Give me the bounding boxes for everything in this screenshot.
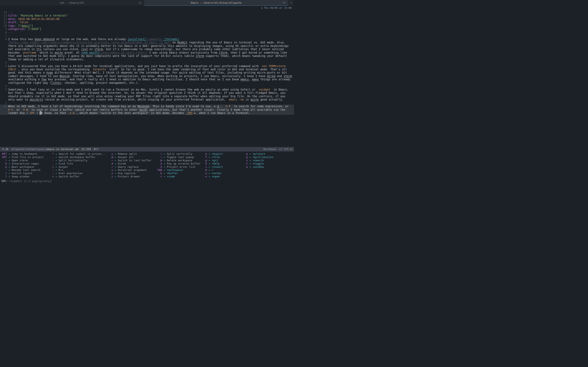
tab-1[interactable]: zsh — /Users/chl ⌘1 [0,0,144,6]
which-key-item[interactable]: ! → Open vterm [2,159,47,162]
new-tab-button[interactable]: + [288,0,294,6]
which-key-item[interactable]: g → +git [202,159,241,162]
text-cursor: i [40,111,41,115]
which-key-item[interactable]: * → Search for symbol in projec.. [49,152,106,156]
line-number: 11 [0,21,8,24]
which-key-item[interactable] [243,175,284,178]
line-number: 8 [0,31,8,34]
which-key-item[interactable]: . → Find file [49,162,106,165]
paragraph-current: When in GUI mode, I have a lot of keybin… [8,105,294,115]
fm-categories: categories: ["2020"] [8,27,294,31]
line-number: 1 [0,101,8,105]
buffer-path: aliquote/content/post/emacs-in-terminal.… [11,148,78,151]
which-key-item[interactable]: | → Split vertically [157,152,200,156]
which-key-item[interactable]: : → M-x [49,168,106,172]
which-key-item[interactable]: RET → Jump to bookmark [2,152,47,156]
header-bar: ◷ Thu 06/08 at 15:08 [0,6,294,10]
which-key-item[interactable]: h → +help [202,162,241,165]
which-key-item[interactable]: p → +project [243,152,284,156]
paragraph: I know this has been debated at large on… [8,38,294,61]
paragraph: Later I discovered that you can have a 2… [8,64,294,85]
encoding: LF UTF-8 [279,148,292,151]
which-key-item[interactable]: n → +notes [202,172,241,175]
which-key-item[interactable]: q → +quit/session [243,156,284,159]
fm-sep: --- [8,31,294,34]
line-number: 7 [0,34,8,37]
tab-bar: zsh — /Users/chl ⌘1 Emacs — /Users/chl/S… [0,0,294,6]
fm-draft: draft: false [8,21,294,24]
tab-title: Emacs — /Users/chl/Sites/aliquote [191,1,241,4]
which-key-item[interactable]: e → +export [202,152,241,156]
paragraph: Sometimes, I feel lazy or in retro mode … [8,88,294,101]
which-key-popup: RET → Jump to bookmark * → Search for sy… [0,151,294,179]
fm-date: date: 2020-08-06T14:01:09+02:00 [8,17,294,21]
clock-text: Thu 06/08 at 15:08 [264,6,292,9]
cursor-position: 15:359 [81,148,91,151]
which-key-item[interactable]: ' → Resume last search [2,168,47,172]
which-key-item[interactable]: @ → Swiper all [108,156,155,159]
which-key-item[interactable]: ( → Switch layout [2,172,47,175]
which-key-item[interactable]: SPC → Find file in project [2,156,47,159]
tab-title: zsh — /Users/chl [60,1,84,4]
which-key-item[interactable]: ) → Swap window [2,175,47,178]
editor[interactable]: 14 --- 13 title: "Running Emacs in a ter… [0,10,294,147]
tab-2[interactable]: Emacs — /Users/chl/Sites/aliquote ⌘2 [144,0,288,6]
line-number: 3 [0,84,8,88]
which-key-item[interactable]: s → +search [243,159,284,162]
which-key-item[interactable]: = → Remove split [108,152,155,156]
buffer-size: 3.2k [2,148,8,151]
line-number-current: 15 [0,105,8,115]
echo-prompt: SPC- [1,179,8,183]
which-key-item[interactable]: m → + [202,168,241,172]
which-key-item[interactable]: W → Delete workspace [157,159,200,162]
major-mode: Markdown [264,148,277,151]
fm-tags: tags: ["emacs"] [8,24,294,27]
which-key-item[interactable]: r → Query replace [108,165,155,169]
which-key-item[interactable]: Z → Project error list [157,165,200,169]
which-key-item[interactable]: - → Split horizontally [49,159,106,162]
which-key-item[interactable]: / → Swiper [49,165,106,169]
which-key-item[interactable]: z → Project drawer [108,175,155,178]
which-key-item[interactable]: , → Switch workspace buffer [49,156,106,159]
which-key-item[interactable]: ~ → Switch to last buffer [108,159,155,162]
modeline: 3.2k aliquote/content/post/emacs-in-term… [0,147,294,151]
which-key-item[interactable]: ~ → Toggle last popup [157,156,200,159]
which-key-item[interactable] [243,172,284,175]
tab-shortcut: ⌘2 [283,1,286,4]
which-key-item[interactable]: x → Org Capture [108,172,155,175]
which-key-item[interactable]: d → Dired [108,162,155,165]
line-number: 9 [0,27,8,31]
which-key-item[interactable]: ; → Eval expression [49,172,106,175]
which-key-item[interactable]: t → +toggle [243,162,284,165]
line-number: 6 [0,38,8,61]
editor-body[interactable]: 14 --- 13 title: "Running Emacs in a ter… [0,11,294,147]
which-key-item[interactable]: < → Switch buffer [49,175,106,178]
line-number: 5 [0,61,8,64]
which-key-item[interactable]: X → Pop up scratch buffer [157,162,200,165]
line-number: 2 [0,88,8,101]
which-key-item[interactable]: i → +insert [202,165,241,169]
fm-sep: --- [8,11,294,14]
scroll-percent: All [94,148,98,151]
line-number: 10 [0,24,8,27]
line-number: 12 [0,17,8,21]
echo-area: SPC- <leader> [C-h paging/help] [0,179,294,184]
which-key-item[interactable]: o → +open [202,175,241,178]
tab-shortcut: ⌘1 [138,1,141,4]
which-key-item[interactable] [243,168,284,172]
which-key-item[interactable]: c → +code [157,175,200,178]
which-key-item[interactable]: TAB → +workspace [157,168,200,172]
which-key-item[interactable]: u → Universal argument [108,168,155,172]
clock-icon: ◷ [261,6,263,9]
which-key-item[interactable]: % → Interactive regex [2,162,47,165]
line-number: 14 [0,11,8,14]
which-key-item[interactable]: w → +window [243,165,284,169]
which-key-item[interactable]: & → Next workspace [2,165,47,169]
which-key-item[interactable]: f → +file [202,156,241,159]
which-key-item[interactable]: b → +buffer [157,172,200,175]
line-number: 13 [0,14,8,17]
fm-title: title: "Running Emacs in a terminal" [8,14,294,17]
line-number: 4 [0,64,8,85]
echo-hint: <leader> [C-h paging/help] [9,179,52,183]
